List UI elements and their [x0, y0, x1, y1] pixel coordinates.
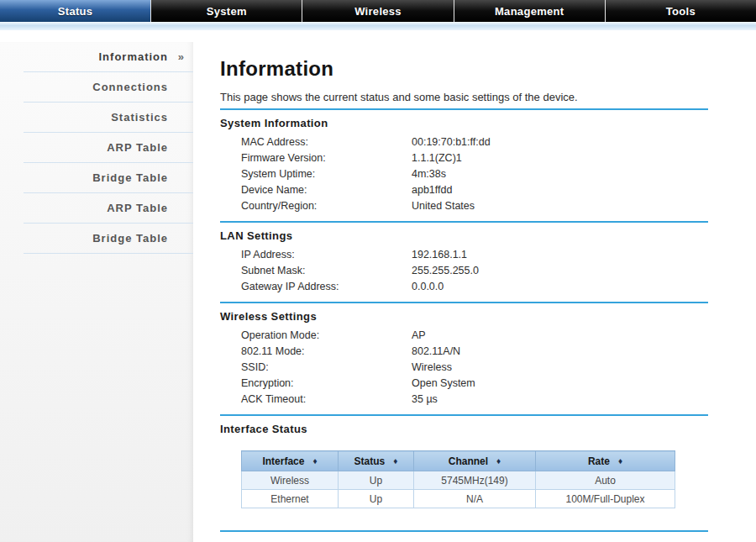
sidebar-item-label: Bridge Table	[92, 171, 168, 184]
column-label: Interface	[262, 455, 304, 467]
field-row-ip-address: IP Address:192.168.1.1	[241, 247, 708, 263]
field-value: 1.1.1(ZC)1	[412, 150, 462, 166]
divider	[220, 414, 708, 416]
cell-interface: Ethernet	[242, 490, 339, 508]
field-value: 4m:38s	[412, 166, 446, 182]
divider	[220, 108, 708, 110]
top-navigation: Status System Wireless Management Tools	[0, 0, 756, 22]
main-content: Information This page shows the current …	[193, 42, 756, 542]
field-label: Device Name:	[241, 182, 412, 198]
sidebar-item-label: Information	[99, 50, 169, 63]
field-value: Open System	[412, 376, 475, 392]
sidebar-item-label: ARP Table	[107, 202, 168, 214]
sidebar-item-label: Statistics	[111, 111, 168, 124]
field-value: 255.255.255.0	[412, 263, 479, 279]
field-row-ssid: SSID:Wireless	[241, 360, 708, 376]
page-title: Information	[220, 57, 708, 81]
field-row-encryption: Encryption:Open System	[241, 376, 708, 392]
field-value: United States	[412, 198, 475, 214]
field-label: SSID:	[241, 360, 412, 376]
field-row-80211-mode: 802.11 Mode:802.11A/N	[241, 344, 708, 360]
interface-status-table: Interface♦ Status♦ Channel♦ Rate♦ Wirele…	[241, 450, 675, 508]
column-header-rate[interactable]: Rate♦	[536, 451, 675, 471]
section-heading-wireless-settings: Wireless Settings	[220, 310, 708, 323]
nav-tab-status[interactable]: Status	[0, 0, 151, 22]
wireless-settings-fields: Operation Mode:AP 802.11 Mode:802.11A/N …	[241, 328, 708, 408]
nav-tab-tools[interactable]: Tools	[606, 0, 756, 22]
cell-status: Up	[339, 490, 414, 508]
sidebar-item-arp-table-2[interactable]: ARP Table	[24, 193, 193, 224]
field-row-country-region: Country/Region:United States	[241, 198, 708, 214]
nav-tab-system[interactable]: System	[151, 0, 302, 22]
sidebar-item-label: Bridge Table	[92, 232, 168, 245]
field-row-ack-timeout: ACK Timeout:35 µs	[241, 392, 708, 408]
field-value: 802.11A/N	[412, 344, 460, 360]
field-row-subnet-mask: Subnet Mask:255.255.255.0	[241, 263, 708, 279]
sort-icon: ♦	[312, 456, 317, 466]
field-row-device-name: Device Name:apb1ffdd	[241, 182, 708, 198]
field-row-operation-mode: Operation Mode:AP	[241, 328, 708, 344]
section-heading-interface-status: Interface Status	[220, 423, 708, 435]
field-row-mac-address: MAC Address:00:19:70:b1:ff:dd	[241, 134, 708, 150]
cell-interface: Wireless	[242, 471, 339, 490]
field-value: apb1ffdd	[412, 182, 452, 198]
divider	[220, 221, 708, 223]
section-heading-lan-settings: LAN Settings	[220, 229, 708, 242]
field-value: 0.0.0.0	[412, 279, 444, 295]
field-row-firmware-version: Firmware Version:1.1.1(ZC)1	[241, 150, 708, 166]
field-label: System Uptime:	[241, 166, 412, 182]
nav-tab-management[interactable]: Management	[454, 0, 606, 22]
sort-icon: ♦	[618, 456, 622, 466]
column-label: Rate	[588, 455, 610, 467]
field-value: AP	[412, 328, 426, 344]
field-label: Firmware Version:	[241, 150, 412, 166]
page-description: This page shows the current status and s…	[220, 91, 708, 103]
column-label: Status	[354, 455, 386, 467]
column-header-channel[interactable]: Channel♦	[414, 451, 536, 471]
field-label: Country/Region:	[241, 198, 412, 214]
field-row-system-uptime: System Uptime:4m:38s	[241, 166, 708, 182]
field-label: IP Address:	[241, 247, 412, 263]
field-label: MAC Address:	[241, 134, 412, 150]
sidebar-item-bridge-table-2[interactable]: Bridge Table	[24, 224, 193, 254]
sidebar-item-information[interactable]: Information »	[24, 42, 193, 72]
divider	[220, 302, 708, 303]
column-header-status[interactable]: Status♦	[339, 451, 414, 471]
sidebar-item-bridge-table[interactable]: Bridge Table	[24, 163, 193, 193]
field-label: ACK Timeout:	[241, 392, 412, 408]
field-label: 802.11 Mode:	[241, 344, 412, 360]
field-value: Wireless	[412, 360, 452, 376]
field-label: Encryption:	[241, 376, 412, 392]
sidebar-item-connections[interactable]: Connections	[24, 72, 193, 103]
table-row-wireless: Wireless Up 5745MHz(149) Auto	[242, 471, 675, 490]
cell-channel: 5745MHz(149)	[414, 471, 536, 490]
header-spacer	[0, 30, 756, 42]
cell-channel: N/A	[414, 490, 536, 508]
sort-icon: ♦	[393, 456, 397, 466]
column-label: Channel	[449, 455, 488, 467]
field-value: 35 µs	[412, 392, 438, 408]
section-heading-system-information: System Information	[220, 117, 708, 129]
sort-icon: ♦	[496, 456, 501, 466]
nav-tab-wireless[interactable]: Wireless	[302, 0, 454, 22]
field-value: 00:19:70:b1:ff:dd	[412, 134, 491, 150]
column-header-interface[interactable]: Interface♦	[242, 451, 339, 471]
cell-status: Up	[339, 471, 414, 490]
field-label: Operation Mode:	[241, 328, 412, 344]
divider	[220, 530, 708, 532]
table-header-row: Interface♦ Status♦ Channel♦ Rate♦	[242, 451, 675, 471]
sidebar-item-arp-table[interactable]: ARP Table	[24, 133, 193, 163]
field-value: 192.168.1.1	[412, 247, 467, 263]
lan-settings-fields: IP Address:192.168.1.1 Subnet Mask:255.2…	[241, 247, 708, 295]
field-row-gateway-ip-address: Gateway IP Address:0.0.0.0	[241, 279, 708, 295]
chevron-right-icon: »	[178, 42, 184, 72]
sidebar-item-statistics[interactable]: Statistics	[24, 103, 193, 133]
field-label: Gateway IP Address:	[241, 279, 412, 295]
cell-rate: 100M/Full-Duplex	[536, 490, 675, 508]
table-row-ethernet: Ethernet Up N/A 100M/Full-Duplex	[242, 490, 675, 508]
sidebar-item-label: ARP Table	[107, 141, 168, 154]
cell-rate: Auto	[536, 471, 675, 490]
page-body: Information » Connections Statistics ARP…	[0, 42, 756, 542]
nav-accent-bar	[0, 22, 756, 30]
sidebar-item-label: Connections	[92, 81, 168, 93]
